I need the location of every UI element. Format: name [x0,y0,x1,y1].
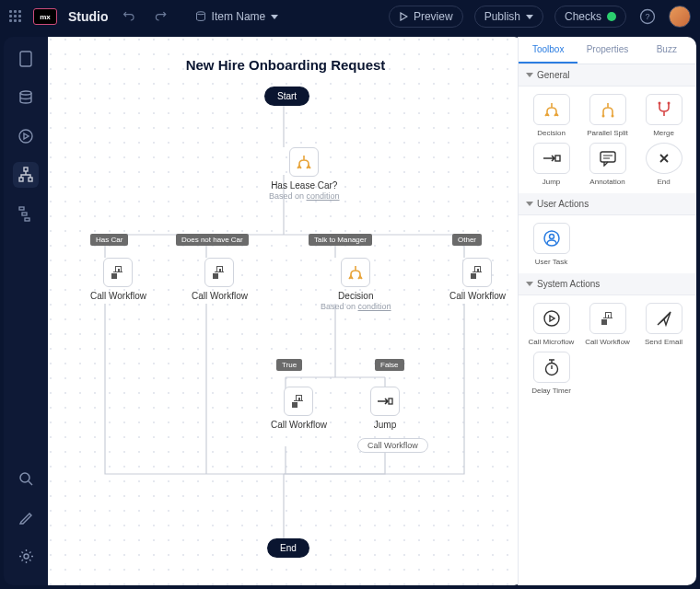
nav-page-icon[interactable] [13,46,39,72]
node-jump[interactable]: Jump [370,387,400,431]
section-general[interactable]: General [519,64,696,87]
tool-parallel-split[interactable]: Parallel Split [582,94,633,137]
node-has-lease-car[interactable]: Has Lease Car? Based on condition [269,147,340,201]
nav-nav-icon[interactable] [13,201,39,226]
section-user-actions[interactable]: User Actions [519,193,696,215]
database-icon [195,11,206,22]
item-name-label: Item Name [212,10,266,23]
page-title: New Hire Onboarding Request [48,57,523,73]
publish-label: Publish [484,10,520,23]
node-cw-true[interactable]: Call Workflow [271,387,327,431]
svg-rect-11 [25,218,29,221]
branch-manager: Talk to Manager [309,234,372,246]
node-label: Jump [374,420,396,431]
svg-point-0 [196,12,204,15]
help-button[interactable]: ? [637,6,658,27]
nav-microflow-icon[interactable] [13,123,39,149]
status-ok-icon [607,12,616,21]
tool-call-microflow[interactable]: Call Microflow [526,303,577,346]
svg-rect-10 [22,213,27,215]
chevron-down-icon [526,282,533,286]
nav-database-icon[interactable] [13,85,39,110]
node-label: Call Workflow [449,291,506,302]
svg-rect-20 [601,152,615,162]
node-label: Has Lease Car? [271,180,337,191]
tool-call-workflow[interactable]: Call Workflow [582,303,633,346]
svg-point-5 [19,130,32,143]
avatar[interactable] [669,6,691,28]
branch-no-car: Does not have Car [176,234,249,246]
node-label: Call Workflow [271,420,327,431]
svg-point-4 [20,91,31,95]
app-switcher-icon[interactable] [9,10,22,23]
section-system-actions[interactable]: System Actions [519,273,696,295]
chevron-down-icon [526,15,533,19]
chevron-down-icon [526,73,533,77]
node-start[interactable]: Start [264,87,309,106]
svg-point-13 [24,554,29,559]
tool-delay-timer[interactable]: Delay Timer [526,352,577,395]
tool-jump[interactable]: Jump [526,143,577,186]
right-panel: Toolbox Properties Buzz General Decision… [518,37,696,585]
node-end[interactable]: End [267,538,309,558]
svg-rect-19 [555,156,560,161]
tab-properties[interactable]: Properties [578,37,636,64]
tool-decision[interactable]: Decision [526,94,577,137]
nav-workflow-icon[interactable] [13,162,39,188]
svg-point-17 [658,102,660,105]
preview-label: Preview [414,10,453,23]
branch-true: True [276,359,302,371]
tool-end[interactable]: End [638,143,689,186]
play-icon [399,12,408,21]
chevron-down-icon [526,202,533,206]
tool-merge[interactable]: Merge [638,94,689,137]
svg-rect-6 [24,167,28,171]
svg-rect-3 [20,52,31,66]
svg-point-18 [667,102,670,105]
tool-send-email[interactable]: Send Email [638,303,689,346]
theme-icon[interactable] [13,504,39,530]
branch-false: False [375,359,404,371]
checks-button[interactable]: Checks [554,6,626,28]
node-label: Decision [338,291,373,302]
brand-label: Studio [68,9,109,24]
chevron-down-icon [271,15,278,19]
svg-point-22 [549,235,554,239]
svg-point-15 [601,115,604,118]
mx-logo: mx [33,8,57,25]
svg-point-12 [20,473,29,482]
svg-rect-7 [19,178,23,181]
checks-label: Checks [565,10,601,23]
node-sublabel: Based on condition [269,191,340,201]
node-cw-4[interactable]: Call Workflow [449,258,506,302]
branch-has-car: Has Car [90,234,128,246]
node-cw-2[interactable]: Call Workflow [192,258,248,302]
preview-button[interactable]: Preview [389,6,463,28]
node-cw-1[interactable]: Call Workflow [90,258,146,302]
undo-button[interactable] [120,6,140,27]
tool-user-task[interactable]: User Task [526,223,577,266]
item-name-dropdown[interactable]: Item Name [186,6,288,27]
left-nav [4,37,48,585]
svg-text:?: ? [645,12,649,21]
svg-rect-8 [29,178,32,181]
node-label: Call Workflow [90,291,146,302]
node-label: Call Workflow [192,291,248,302]
svg-point-16 [611,115,613,118]
workflow-canvas[interactable]: New Hire Onboarding Request Start Has Le… [48,37,523,585]
svg-point-23 [544,311,559,326]
branch-other: Other [452,234,482,246]
jump-target-pill[interactable]: Call Workflow [357,438,428,453]
publish-dropdown[interactable]: Publish [474,6,543,28]
search-icon[interactable] [13,466,39,491]
settings-icon[interactable] [13,543,39,569]
tool-annotation[interactable]: Annotation [582,143,633,186]
svg-rect-9 [19,207,24,210]
node-decision[interactable]: Decision Based on condition [321,258,391,311]
tab-buzz[interactable]: Buzz [637,37,696,64]
tab-toolbox[interactable]: Toolbox [519,37,578,64]
svg-rect-14 [389,398,392,404]
node-sublabel: Based on condition [321,302,391,311]
redo-button[interactable] [151,6,171,27]
